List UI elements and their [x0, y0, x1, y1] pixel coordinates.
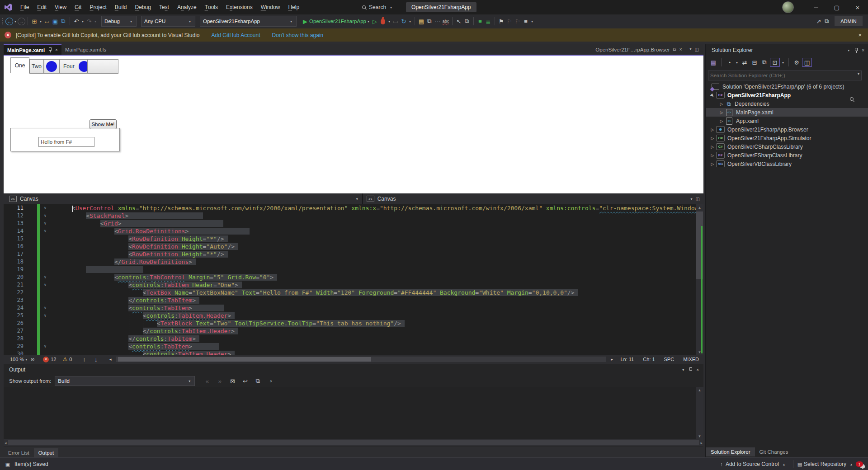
tree-item-opensilvervbclasslibrary[interactable]: ▷VBOpenSilverVBClassLibrary	[706, 160, 868, 168]
code-line-24[interactable]: 24∨<controls:TabItem>	[4, 304, 703, 312]
navigate-forward-icon[interactable]: →	[18, 18, 25, 25]
tree-item-opensilverfsharpclasslibrary[interactable]: ▷F#OpenSilverFSharpClassLibrary	[706, 151, 868, 160]
tree-item-opensilver21fsharpapp[interactable]: ▶F#OpenSilver21FsharpApp	[706, 91, 868, 99]
designer-tab-three[interactable]	[44, 59, 59, 74]
start-debugging-icon[interactable]: ▶	[301, 17, 309, 25]
code-line-21[interactable]: 21∨<controls:TabItem Header="One">	[4, 281, 703, 289]
canvas-right-caret-icon[interactable]: ▾	[689, 197, 694, 201]
menu-file[interactable]: File	[16, 0, 33, 14]
select-repo-caret-icon[interactable]: ▴	[849, 462, 854, 466]
copy-icon[interactable]: ⧉	[760, 58, 769, 66]
save-icon[interactable]: ▣	[51, 17, 59, 25]
code-line-30[interactable]: 30<controls:TabItem.Header>	[4, 350, 703, 355]
code-line-13[interactable]: 13∨<Grid>	[4, 220, 703, 227]
clear-all-icon[interactable]: ⊠	[228, 377, 236, 385]
collapsed-arrow-icon[interactable]: ▷	[718, 102, 725, 106]
restart-icon[interactable]: ↻	[400, 17, 408, 25]
keep-open-icon[interactable]: ⧉	[673, 47, 676, 52]
close-button[interactable]: ×	[847, 0, 868, 14]
navigate-back-icon[interactable]: ←	[5, 18, 13, 25]
menu-test[interactable]: Test	[155, 0, 173, 14]
find-in-files-icon[interactable]: ▤	[417, 17, 425, 25]
collapsed-arrow-icon[interactable]: ▷	[709, 127, 716, 132]
hot-reload-caret-icon[interactable]: ▾	[387, 19, 392, 24]
column-indicator[interactable]: Ch: 1	[643, 357, 655, 362]
previous-bookmark-icon[interactable]: ⚐	[505, 17, 514, 25]
dont-show-again-link[interactable]: Don't show this again	[272, 32, 324, 38]
code-line-17[interactable]: 17<RowDefinition Height="*"/>	[4, 250, 703, 258]
prev-message-icon[interactable]: «	[203, 377, 211, 385]
tab-mainpage-xaml-fs[interactable]: MainPage.xaml.fs	[61, 44, 110, 55]
bookmark-icon[interactable]: ⚑	[497, 17, 505, 25]
start-without-debugging-icon[interactable]: ▷	[371, 17, 379, 25]
open-file-icon[interactable]: ▱	[43, 17, 51, 25]
fold-collapse-icon[interactable]: ∨	[40, 273, 51, 281]
fold-collapse-icon[interactable]: ∨	[40, 227, 51, 235]
show-all-files-icon[interactable]: ⊡	[770, 58, 780, 67]
code-line-28[interactable]: 28</controls:TabItem>	[4, 335, 703, 343]
menu-view[interactable]: View	[51, 0, 71, 14]
xaml-code-editor[interactable]: 11∨<UserControl xmlns="http://schemas.mi…	[4, 204, 703, 355]
split-pane-icon[interactable]: ◫	[696, 197, 700, 202]
output-close-icon[interactable]: ×	[696, 367, 699, 372]
spaces-indicator[interactable]: SPC	[664, 357, 675, 362]
split-window-icon[interactable]: ◫	[695, 47, 699, 55]
redo-caret-icon[interactable]: ▾	[93, 19, 98, 24]
fold-collapse-icon[interactable]: ∨	[40, 304, 51, 312]
startup-project-dropdown[interactable]: OpenSilver21FsharpApp▾	[200, 16, 297, 27]
scroll-down-icon[interactable]: ▼	[696, 433, 703, 439]
solution-explorer-search-input[interactable]	[708, 70, 862, 80]
tree-item-opensilver21fsharpapp-browser[interactable]: ▷⊕OpenSilver21FsharpApp.Browser	[706, 125, 868, 134]
add-github-account-link[interactable]: Add GitHub Account	[211, 32, 260, 38]
fold-collapse-icon[interactable]: ∨	[40, 220, 51, 227]
undo-icon[interactable]: ↶	[72, 17, 80, 25]
break-all-icon[interactable]: ▭	[392, 17, 400, 25]
restart-caret-icon[interactable]: ▾	[408, 19, 412, 24]
timestamp-icon[interactable]: ◔	[266, 377, 274, 385]
designer-tab-five[interactable]	[87, 59, 118, 74]
designer-textbox[interactable]: Hello from F#	[38, 137, 94, 147]
code-line-16[interactable]: 16<RowDefinition Height="Auto"/>	[4, 243, 703, 250]
show-me-button[interactable]: Show Me!	[90, 119, 117, 129]
code-line-19[interactable]: 19	[4, 266, 703, 273]
menu-extensions[interactable]: Extensions	[222, 0, 257, 14]
se-search-caret-icon[interactable]: ▾	[856, 72, 861, 76]
code-line-12[interactable]: 12∨<StackPanel>	[4, 212, 703, 220]
tree-item-opensilver21fsharpapp-simulator[interactable]: ▷C#OpenSilver21FsharpApp.Simulator	[706, 134, 868, 142]
copy-structure-icon[interactable]: ⧉	[463, 17, 471, 25]
hot-reload-icon[interactable]	[379, 17, 387, 25]
zoom-caret-icon[interactable]: ▾	[24, 357, 28, 362]
tree-item-app-xaml[interactable]: ▷<>App.xaml	[706, 117, 868, 125]
configuration-dropdown[interactable]: Debug▾	[101, 16, 137, 27]
live-share-icon[interactable]: ⧉	[823, 17, 831, 25]
designer-sync-icon[interactable]: ⊘	[28, 355, 37, 363]
sync-with-active-document-icon[interactable]: ⇄	[740, 58, 749, 66]
collapse-all-icon[interactable]: ⊟	[750, 58, 759, 66]
copy-output-icon[interactable]: ⧉	[254, 377, 262, 385]
scroll-left-icon[interactable]: ◂	[106, 355, 114, 363]
code-line-14[interactable]: 14∨<Grid.RowDefinitions>	[4, 227, 703, 235]
previous-issue-icon[interactable]: ↑	[80, 355, 88, 363]
filter-caret-icon[interactable]: ▾	[735, 61, 739, 65]
scrollbar-thumb[interactable]	[8, 440, 699, 445]
output-vertical-scrollbar[interactable]: ▲ ▼	[696, 387, 703, 439]
line-indicator[interactable]: Ln: 11	[620, 357, 634, 362]
menu-help[interactable]: Help	[284, 0, 303, 14]
next-message-icon[interactable]: »	[216, 377, 224, 385]
expanded-arrow-icon[interactable]: ▶	[708, 91, 717, 99]
collapsed-arrow-icon[interactable]: ▷	[709, 145, 716, 149]
menu-tools[interactable]: Tools	[201, 0, 222, 14]
editor-horizontal-scrollbar[interactable]	[116, 357, 606, 362]
code-line-22[interactable]: 22<TextBox Name="TextBoxName" Text="Hell…	[4, 289, 703, 296]
designer-tab-one[interactable]: One	[10, 57, 29, 73]
designer-tab-two[interactable]: Two	[29, 59, 44, 74]
tree-item-solution-opensilver21fsharpapp-6-of-6-pr[interactable]: Solution 'OpenSilver21FsharpApp' (6 of 6…	[706, 82, 868, 91]
line-ending-indicator[interactable]: MIXED	[683, 357, 699, 362]
word-wrap-icon[interactable]: ↩	[241, 377, 249, 385]
comment-icon[interactable]: ≡	[522, 17, 530, 25]
code-line-15[interactable]: 15<RowDefinition Height="*"/>	[4, 235, 703, 243]
redo-icon[interactable]: ↷	[85, 17, 93, 25]
preview-selected-items-icon[interactable]: ◫	[802, 58, 812, 67]
code-line-11[interactable]: 11∨<UserControl xmlns="http://schemas.mi…	[4, 204, 703, 212]
collapsed-arrow-icon[interactable]: ▷	[709, 162, 716, 166]
